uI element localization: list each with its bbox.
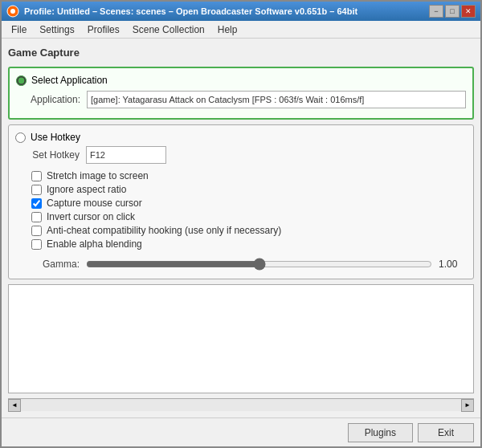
- alpha-label: Enable alpha blending: [47, 238, 142, 250]
- gamma-value: 1.00: [439, 259, 467, 270]
- menu-help[interactable]: Help: [211, 22, 244, 37]
- exit-button[interactable]: Exit: [418, 423, 474, 442]
- select-application-radio-label[interactable]: Select Application: [16, 75, 466, 86]
- close-button[interactable]: ✕: [461, 5, 476, 18]
- gamma-slider[interactable]: [86, 256, 432, 272]
- anticheat-checkbox[interactable]: [31, 226, 42, 236]
- title-bar: Profile: Untitled – Scenes: scenes – Ope…: [2, 2, 480, 21]
- menu-profiles[interactable]: Profiles: [81, 22, 126, 37]
- checkbox-invert: Invert cursor on click: [15, 211, 467, 222]
- invert-label: Invert cursor on click: [47, 211, 135, 222]
- menu-bar: File Settings Profiles Scene Collection …: [2, 21, 480, 39]
- use-hotkey-radio[interactable]: [15, 132, 26, 143]
- aspect-label: Ignore aspect ratio: [47, 184, 126, 195]
- cursor-checkbox[interactable]: [31, 198, 42, 209]
- menu-file[interactable]: File: [5, 22, 33, 37]
- gamma-row: Gamma: 1.00: [15, 256, 467, 272]
- plugins-button[interactable]: Plugins: [348, 423, 413, 442]
- use-hotkey-label: Use Hotkey: [31, 132, 80, 143]
- checkbox-cursor: Capture mouse cursor: [15, 198, 467, 209]
- alpha-checkbox[interactable]: [31, 239, 42, 250]
- window-title: Profile: Untitled – Scenes: scenes – Ope…: [24, 6, 357, 16]
- title-button-group: − □ ✕: [429, 5, 476, 18]
- maximize-button[interactable]: □: [445, 5, 460, 18]
- dialog-title: Game Capture: [8, 45, 474, 62]
- bottom-bar: Plugins Exit: [2, 417, 480, 446]
- checkbox-stretch: Stretch image to screen: [15, 170, 467, 181]
- select-application-label: Select Application: [31, 75, 108, 86]
- application-input[interactable]: [87, 91, 466, 108]
- checkbox-alpha: Enable alpha blending: [15, 238, 467, 250]
- gamma-label: Gamma:: [15, 259, 80, 270]
- application-label: Application:: [16, 94, 80, 105]
- svg-point-1: [10, 9, 15, 14]
- aspect-checkbox[interactable]: [31, 185, 42, 195]
- stretch-checkbox[interactable]: [31, 171, 42, 181]
- select-application-group: Select Application Application:: [8, 67, 474, 120]
- select-application-radio[interactable]: [16, 75, 27, 86]
- set-hotkey-row: Set Hotkey: [15, 146, 467, 164]
- cursor-label: Capture mouse cursor: [47, 198, 142, 209]
- hotkey-input[interactable]: [86, 146, 166, 164]
- set-hotkey-label: Set Hotkey: [15, 149, 80, 161]
- invert-checkbox[interactable]: [31, 212, 42, 222]
- checkbox-anticheat: Anti-cheat compatibility hooking (use on…: [15, 225, 467, 236]
- content-area: Game Capture Select Application Applicat…: [2, 39, 480, 417]
- horizontal-scrollbar: ◄ ►: [8, 398, 474, 411]
- use-hotkey-group: Use Hotkey Set Hotkey Stretch image to s…: [8, 124, 474, 279]
- anticheat-label: Anti-cheat compatibility hooking (use on…: [47, 225, 281, 236]
- menu-settings[interactable]: Settings: [33, 22, 80, 37]
- stretch-label: Stretch image to screen: [47, 170, 149, 181]
- minimize-button[interactable]: −: [429, 5, 443, 18]
- log-area[interactable]: [8, 284, 474, 393]
- main-window: Profile: Untitled – Scenes: scenes – Ope…: [0, 0, 482, 448]
- checkbox-aspect: Ignore aspect ratio: [15, 184, 467, 195]
- use-hotkey-radio-label[interactable]: Use Hotkey: [15, 132, 467, 143]
- application-row: Application:: [16, 91, 466, 108]
- scroll-left-button[interactable]: ◄: [8, 399, 21, 412]
- scroll-right-button[interactable]: ►: [461, 399, 474, 412]
- obs-icon: [6, 5, 19, 18]
- scroll-track[interactable]: [21, 399, 461, 411]
- menu-scene-collection[interactable]: Scene Collection: [126, 22, 211, 37]
